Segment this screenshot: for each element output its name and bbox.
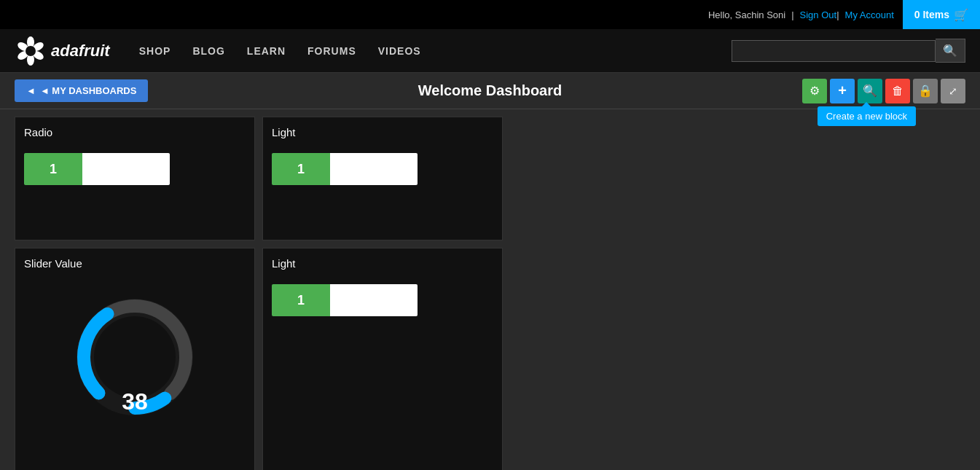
nav-learn[interactable]: LEARN	[247, 45, 286, 57]
gauge-container: 38	[24, 284, 246, 430]
search-button[interactable]: 🔍	[936, 39, 965, 63]
light2-block-title: Light	[272, 257, 493, 270]
nav-blog[interactable]: BLOG	[192, 45, 224, 57]
light2-toggle-off	[330, 284, 418, 316]
light2-toggle-on: 1	[272, 284, 330, 316]
greeting-text: Hello, Sachin Soni	[708, 9, 785, 20]
cart-button[interactable]: 0 Items 🛒	[903, 0, 980, 29]
gauge-value: 38	[122, 388, 148, 415]
signout-link[interactable]: Sign Out	[800, 9, 837, 20]
light1-toggle-container: 1	[272, 153, 493, 185]
settings-button[interactable]: ⚙	[802, 79, 827, 103]
radio-toggle-off	[82, 153, 170, 185]
search-container: 🔍	[732, 39, 965, 63]
blocks-grid: Radio 1 Light 1 Slider Value	[0, 109, 980, 470]
magnifier-icon: 🔍	[863, 84, 877, 98]
light1-block: Light 1	[262, 117, 503, 240]
create-block-label: Create a new block	[826, 111, 907, 122]
plus-icon: +	[838, 82, 847, 99]
light1-toggle-switch[interactable]: 1	[272, 153, 418, 185]
expand-icon: ⤢	[949, 85, 957, 97]
settings-icon: ⚙	[810, 84, 820, 98]
dashboard-toolbar: ◄ ◄ MY DASHBOARDS Welcome Dashboard ⚙ + …	[0, 73, 980, 109]
light1-toggle-on: 1	[272, 153, 330, 185]
add-block-button[interactable]: +	[830, 79, 855, 103]
light2-toggle-switch[interactable]: 1	[272, 284, 418, 316]
my-dashboards-label: ◄ MY DASHBOARDS	[40, 85, 137, 96]
gauge-wrapper: 38	[62, 284, 208, 430]
search-blocks-button[interactable]: 🔍	[858, 79, 882, 103]
myaccount-link[interactable]: My Account	[845, 9, 894, 20]
nav-videos[interactable]: VIDEOS	[378, 45, 421, 57]
empty-top-right	[510, 117, 965, 240]
nav-bar: adafruit SHOP BLOG LEARN FORUMS VIDEOS 🔍	[0, 29, 980, 73]
light2-block: Light 1	[262, 248, 503, 470]
my-dashboards-button[interactable]: ◄ ◄ MY DASHBOARDS	[15, 79, 148, 102]
dashboard-title: Welcome Dashboard	[418, 82, 562, 99]
nav-links: SHOP BLOG LEARN FORUMS VIDEOS	[139, 45, 732, 57]
lock-button[interactable]: 🔒	[913, 79, 938, 103]
separator2: |	[836, 9, 839, 20]
trash-icon: 🗑	[892, 85, 903, 98]
nav-forums[interactable]: FORUMS	[307, 45, 356, 57]
radio-block-title: Radio	[24, 126, 246, 138]
radio-block: Radio 1	[15, 117, 255, 240]
logo-flower-icon	[15, 35, 47, 67]
light1-block-title: Light	[272, 126, 493, 138]
svg-point-11	[94, 316, 176, 398]
radio-toggle-on: 1	[24, 153, 82, 185]
search-icon: 🔍	[943, 44, 957, 57]
lock-icon: 🔒	[918, 84, 933, 98]
create-block-tooltip: Create a new block	[818, 106, 916, 126]
cart-label: 0 Items	[914, 9, 949, 20]
light1-toggle-off	[330, 153, 418, 185]
back-icon: ◄	[26, 85, 36, 96]
nav-shop[interactable]: SHOP	[139, 45, 171, 57]
slider-block: Slider Value 38	[15, 248, 255, 470]
cart-icon: 🛒	[954, 8, 968, 22]
light2-toggle-container: 1	[272, 284, 493, 316]
logo[interactable]: adafruit	[15, 35, 110, 67]
empty-bottom-right	[510, 248, 965, 470]
separator1: |	[791, 9, 793, 20]
search-input[interactable]	[732, 40, 936, 62]
radio-toggle-container: 1	[24, 153, 246, 185]
slider-block-title: Slider Value	[24, 257, 246, 270]
toolbar-actions: ⚙ + 🔍 🗑 🔒 ⤢ Create a new block	[802, 79, 965, 103]
logo-text: adafruit	[51, 42, 110, 60]
expand-button[interactable]: ⤢	[941, 79, 965, 103]
svg-point-7	[26, 46, 36, 56]
radio-toggle-switch[interactable]: 1	[24, 153, 170, 185]
dashboard-area: ◄ ◄ MY DASHBOARDS Welcome Dashboard ⚙ + …	[0, 73, 980, 470]
delete-button[interactable]: 🗑	[885, 79, 910, 103]
top-bar: Hello, Sachin Soni | Sign Out | My Accou…	[0, 0, 980, 29]
